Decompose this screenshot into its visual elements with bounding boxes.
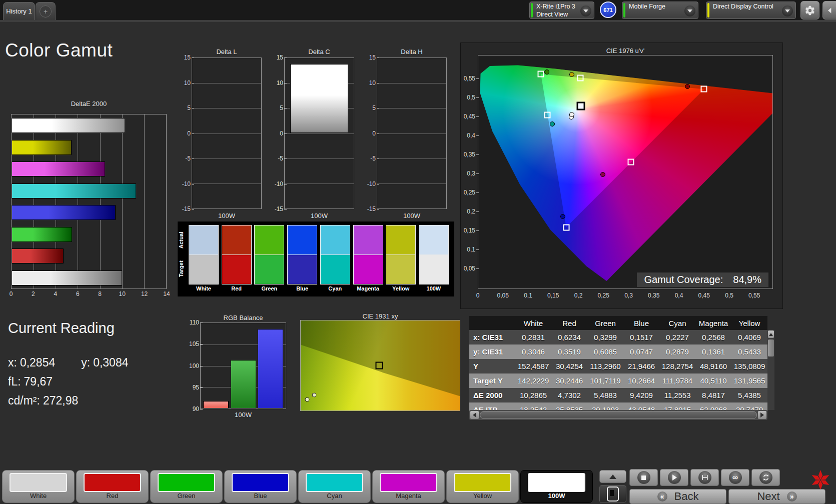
measure-marker-green xyxy=(544,70,549,74)
axis-tick-label: 0 xyxy=(372,130,376,137)
table-cell: 48,9160 xyxy=(695,359,731,374)
axis-tick-label: 0,5 xyxy=(725,292,733,299)
table-header-cell: Magenta xyxy=(695,316,731,330)
table-header-cell: Red xyxy=(551,316,587,330)
table-row-label: Target Y xyxy=(469,374,515,388)
triangle-left-icon xyxy=(473,412,476,418)
table-cell: 30,4254 xyxy=(551,359,587,374)
table-row-label: y: CIE31 xyxy=(469,344,515,359)
meter-dropdown[interactable]: X-Rite i1Pro 3 Direct View xyxy=(529,2,594,19)
swatch-column-yellow: Yellow xyxy=(386,225,416,293)
table-vertical-scrollbar[interactable] xyxy=(767,330,774,410)
table-cell: 0,5433 xyxy=(731,344,767,359)
reading-cdm2-value: 272,98 xyxy=(43,394,78,407)
swatch-actual xyxy=(386,225,416,255)
vertical-scroll-thumb[interactable] xyxy=(768,340,774,356)
gridline xyxy=(377,184,446,184)
measure-marker-red xyxy=(685,84,690,89)
source-dropdown[interactable]: Mobile Forge xyxy=(622,2,698,19)
stop-button[interactable] xyxy=(629,469,658,486)
gamut-coverage: Gamut Coverage:84,9% xyxy=(637,272,768,287)
table-row: y: CIE310,30460,35190,60850,07470,28790,… xyxy=(469,344,767,359)
axis-tick-label: 10 xyxy=(277,80,283,86)
patch-button-yellow[interactable]: Yellow xyxy=(446,470,519,503)
tab-history-1[interactable]: History 1 xyxy=(3,2,35,20)
patch-button-magenta[interactable]: Magenta xyxy=(372,470,445,503)
patch-button-blue[interactable]: Blue xyxy=(224,470,297,503)
gridline xyxy=(100,114,101,288)
axis-tick-label: 10 xyxy=(119,290,125,298)
scroll-right-button[interactable] xyxy=(758,411,766,419)
scroll-up-button[interactable] xyxy=(768,330,774,338)
deltae-bar-cyan xyxy=(12,184,136,198)
axis-tick-label: 0,15 xyxy=(464,227,475,234)
single-measure-button[interactable] xyxy=(690,469,719,486)
swatch-target xyxy=(320,254,350,284)
swatch-target xyxy=(386,254,416,284)
target-marker-magenta xyxy=(628,159,634,166)
add-tab-button[interactable]: + xyxy=(36,2,56,20)
horizontal-scroll-thumb[interactable] xyxy=(480,411,757,419)
axis-tick-label: 15 xyxy=(369,54,376,61)
axis-tick-label: -5 xyxy=(278,155,283,162)
axis-tick-label: 5 xyxy=(372,104,376,112)
swatch-column-white: White xyxy=(189,225,219,293)
table-body: x: CIE310,28310,62340,32990,15170,22270,… xyxy=(469,330,767,417)
patch-button-cyan[interactable]: Cyan xyxy=(298,470,371,503)
axis-tick-label: 12 xyxy=(141,290,148,298)
delta-h-plot xyxy=(377,58,447,209)
play-button[interactable] xyxy=(660,469,688,486)
swatch-column-magenta: Magenta xyxy=(353,225,383,293)
continuous-measure-button[interactable]: ∞ xyxy=(721,469,749,486)
current-reading-cdm2: cd/m²:272,98 xyxy=(8,394,78,408)
cie1931-target-marker xyxy=(376,362,383,370)
deltae-chart-title: DeltaE 2000 xyxy=(11,100,167,108)
meter-count-badge: 671 xyxy=(600,2,616,18)
axis-tick-label: 6 xyxy=(76,290,80,298)
stop-icon xyxy=(641,476,646,480)
gridline xyxy=(192,158,261,159)
axis-tick-label: -5 xyxy=(370,155,376,162)
table-cell: 4,7302 xyxy=(551,388,587,402)
patch-button-green[interactable]: Green xyxy=(150,470,223,503)
table-header-cell: Blue xyxy=(623,316,659,330)
next-button[interactable]: Next » xyxy=(728,489,825,504)
patch-window-button[interactable] xyxy=(599,485,626,503)
display-control-dropdown[interactable]: Direct Display Control xyxy=(706,2,796,19)
tab-label: History 1 xyxy=(6,8,32,15)
table-horizontal-scrollbar[interactable] xyxy=(469,410,767,420)
swatch-target xyxy=(419,254,449,284)
chevron-down-icon xyxy=(782,6,793,16)
gridline xyxy=(285,158,354,159)
delta-c-title: Delta C xyxy=(284,48,354,56)
axis-tick-label: 0,05 xyxy=(464,265,475,272)
patch-button-white[interactable]: White xyxy=(2,470,75,503)
delta-l-plot xyxy=(192,58,262,209)
axis-tick-label: 0,1 xyxy=(524,292,532,299)
table-cell: 152,4587 xyxy=(515,359,551,374)
back-button[interactable]: « Back xyxy=(629,489,726,504)
table-cell: 10,2664 xyxy=(623,374,659,388)
meter-name: X-Rite i1Pro 3 xyxy=(536,3,575,10)
table-cell: 0,3299 xyxy=(587,330,623,344)
measure-marker-yellow xyxy=(569,72,574,77)
scroll-patches-up-button[interactable] xyxy=(599,470,626,483)
patch-window-icon xyxy=(607,486,619,502)
table-cell: 131,9565 xyxy=(731,374,767,388)
refresh-button[interactable] xyxy=(751,469,780,486)
deltae-bar-magenta xyxy=(12,162,105,176)
collapse-panel-button[interactable] xyxy=(822,1,836,20)
alert-asterisk-icon[interactable] xyxy=(809,469,831,491)
target-marker-blue xyxy=(563,224,569,230)
table-row: Y152,458730,4254113,296021,9466128,27544… xyxy=(469,359,767,374)
gridline xyxy=(377,83,446,84)
swatch-column-100w: 100W xyxy=(419,225,449,293)
patch-button-100w[interactable]: 100W xyxy=(520,470,593,503)
table-cell: 0,3046 xyxy=(515,344,551,359)
color-patch xyxy=(454,473,511,492)
settings-button[interactable] xyxy=(800,1,819,20)
patch-button-red[interactable]: Red xyxy=(76,470,149,503)
swatch-actual xyxy=(254,225,284,255)
scroll-left-button[interactable] xyxy=(470,411,479,419)
reading-x-label: x: xyxy=(8,356,17,369)
